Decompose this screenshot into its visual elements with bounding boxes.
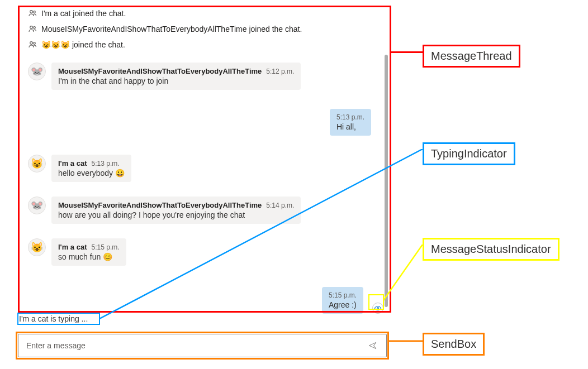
people-icon xyxy=(28,40,37,49)
message-row-other: 🐭 MouseISMyFavoriteAndIShowThatToEverybo… xyxy=(18,57,387,93)
system-message-text: 😺😺😺 joined the chat. xyxy=(41,40,125,49)
message-content: hello everybody 😀 xyxy=(58,169,125,178)
avatar: 😺 xyxy=(28,155,46,172)
message-input[interactable] xyxy=(25,341,365,351)
message-status-indicator xyxy=(372,303,383,314)
message-content: so much fun 😊 xyxy=(58,252,120,261)
system-message-row: I'm a cat joined the chat. xyxy=(18,6,387,21)
message-row-other: 🐭 MouseISMyFavoriteAndIShowThatToEverybo… xyxy=(18,191,387,227)
connector-line xyxy=(383,245,424,301)
message-bubble-other[interactable]: I'm a cat5:15 p.m. so much fun 😊 xyxy=(51,238,126,266)
svg-point-5 xyxy=(34,42,36,45)
svg-point-2 xyxy=(30,26,33,29)
send-box xyxy=(18,334,387,357)
message-time: 5:13 p.m. xyxy=(92,160,120,167)
avatar: 🐭 xyxy=(28,197,46,214)
message-row-other: 😺 I'm a cat5:13 p.m. hello everybody 😀 xyxy=(18,149,387,185)
send-icon xyxy=(368,340,377,351)
svg-point-4 xyxy=(30,42,33,45)
people-icon xyxy=(28,9,37,18)
message-time: 5:15 p.m. xyxy=(329,291,357,299)
system-message-text: I'm a cat joined the chat. xyxy=(41,9,126,18)
message-content: how are you all doing? I hope you're enj… xyxy=(58,210,294,219)
people-icon xyxy=(28,25,37,33)
connector-line xyxy=(388,339,424,343)
message-row-mine: 5:15 p.m. Agree :) xyxy=(18,281,387,317)
send-button[interactable] xyxy=(365,338,381,353)
system-message-text: MouseISMyFavoriteAndIShowThatToEverybody… xyxy=(41,25,302,33)
message-time: 5:14 p.m. xyxy=(266,202,294,209)
message-sender: MouseISMyFavoriteAndIShowThatToEverybody… xyxy=(58,67,262,75)
message-content: Agree :) xyxy=(329,300,357,309)
callout-message-status-indicator: MessageStatusIndicator xyxy=(423,238,559,261)
message-content: Hi all, xyxy=(336,122,364,131)
eye-icon xyxy=(374,304,382,312)
callout-label: MessageThread xyxy=(431,50,512,62)
typing-indicator: I'm a cat is typing ... xyxy=(18,313,89,324)
message-time: 5:13 p.m. xyxy=(336,113,364,121)
callout-message-thread: MessageThread xyxy=(423,45,520,68)
message-time: 5:12 p.m. xyxy=(266,68,294,75)
svg-point-1 xyxy=(34,11,36,13)
message-sender: I'm a cat xyxy=(58,159,87,167)
callout-label: MessageStatusIndicator xyxy=(431,243,551,255)
svg-point-0 xyxy=(30,11,33,13)
typing-indicator-text: I'm a cat is typing ... xyxy=(19,314,88,323)
system-message-row: MouseISMyFavoriteAndIShowThatToEverybody… xyxy=(18,21,387,37)
message-sender: MouseISMyFavoriteAndIShowThatToEverybody… xyxy=(58,201,262,209)
message-thread[interactable]: I'm a cat joined the chat. MouseISMyFavo… xyxy=(18,6,387,317)
connector-line xyxy=(391,51,424,53)
message-time: 5:15 p.m. xyxy=(92,243,120,251)
message-row-other: 😺 I'm a cat5:15 p.m. so much fun 😊 xyxy=(18,233,387,269)
message-content: I'm in the chat and happy to join xyxy=(58,76,294,85)
message-bubble-other[interactable]: MouseISMyFavoriteAndIShowThatToEverybody… xyxy=(51,63,301,90)
scrollbar[interactable] xyxy=(385,55,388,307)
callout-label: SendBox xyxy=(431,338,476,350)
svg-point-6 xyxy=(377,308,379,309)
avatar: 🐭 xyxy=(28,63,46,80)
message-sender: I'm a cat xyxy=(58,243,87,251)
message-bubble-mine[interactable]: 5:15 p.m. Agree :) xyxy=(322,287,363,314)
system-message-row: 😺😺😺 joined the chat. xyxy=(18,37,387,52)
message-bubble-mine[interactable]: 5:13 p.m. Hi all, xyxy=(330,109,371,136)
message-bubble-other[interactable]: I'm a cat5:13 p.m. hello everybody 😀 xyxy=(51,155,131,182)
svg-point-3 xyxy=(34,27,36,29)
avatar: 😺 xyxy=(28,238,46,256)
message-row-mine: 5:13 p.m. Hi all, xyxy=(18,103,387,139)
callout-label: TypingIndicator xyxy=(431,147,507,160)
callout-send-box: SendBox xyxy=(423,333,485,356)
message-bubble-other[interactable]: MouseISMyFavoriteAndIShowThatToEverybody… xyxy=(51,197,301,224)
callout-typing-indicator: TypingIndicator xyxy=(423,142,515,165)
svg-line-8 xyxy=(383,245,423,300)
